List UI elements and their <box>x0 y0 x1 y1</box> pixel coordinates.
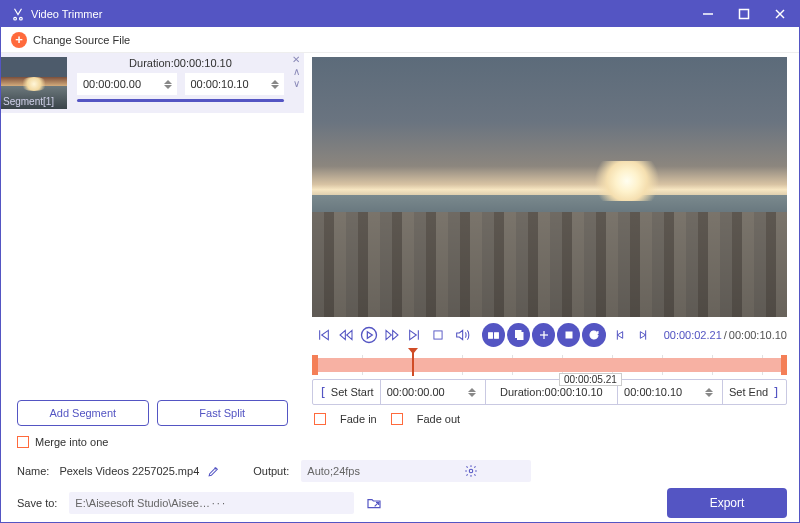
timeline-handle-start[interactable] <box>312 355 318 375</box>
fade-in-label: Fade in <box>340 413 377 425</box>
range-duration-label: Duration: <box>500 386 545 398</box>
segment-duration-value: 00:00:10.10 <box>174 57 232 69</box>
segment-row[interactable]: Segment[1] Duration:00:00:10.10 00:00:00… <box>1 53 304 113</box>
bracket-right-icon: ] <box>772 385 780 400</box>
segment-up-icon[interactable]: ∧ <box>293 67 300 77</box>
open-folder-icon[interactable] <box>366 495 382 511</box>
segment-details: Duration:00:00:10.10 00:00:00.00 00:00:1… <box>73 53 288 102</box>
copy-button[interactable] <box>507 323 530 347</box>
svg-point-15 <box>469 469 473 473</box>
svg-rect-11 <box>517 333 523 340</box>
footer: Name: Pexels Videos 2257025.mp4 Output: … <box>1 456 799 522</box>
name-label: Name: <box>17 465 49 477</box>
segment-index-label: Segment[1] <box>3 96 54 107</box>
range-start-value: 00:00:00.00 <box>387 386 465 398</box>
bracket-left-icon: [ <box>319 385 327 400</box>
timeline[interactable]: 00:00:05.21 <box>312 355 787 375</box>
skip-end-icon[interactable] <box>405 324 426 346</box>
svg-point-0 <box>14 17 17 20</box>
svg-rect-8 <box>489 332 493 337</box>
rewind-icon[interactable] <box>335 324 356 346</box>
segment-down-icon[interactable]: ∨ <box>293 79 300 89</box>
video-preview[interactable] <box>312 57 787 317</box>
time-sep: / <box>724 329 727 341</box>
segments-panel: Segment[1] Duration:00:00:10.10 00:00:00… <box>1 53 304 456</box>
fade-in-checkbox[interactable] <box>314 413 326 425</box>
split-button[interactable] <box>482 323 505 347</box>
mark-in-icon[interactable] <box>610 324 631 346</box>
skip-start-icon[interactable] <box>312 324 333 346</box>
gear-icon[interactable] <box>416 463 525 479</box>
add-segment-button[interactable]: Add Segment <box>17 400 149 426</box>
range-start-input[interactable]: 00:00:00.00 <box>381 380 485 404</box>
app-window: Video Trimmer + Change Source File Segme… <box>0 0 800 523</box>
segment-progress-bar <box>77 99 284 102</box>
current-time: 00:00:02.21 <box>664 329 722 341</box>
save-to-label: Save to: <box>17 497 57 509</box>
close-window-button[interactable] <box>765 1 795 27</box>
segment-start-value: 00:00:00.00 <box>83 78 161 90</box>
spin-down-icon[interactable] <box>164 85 172 89</box>
spin-down-icon[interactable] <box>468 393 476 397</box>
timeline-selection <box>314 358 785 372</box>
add-icon[interactable]: + <box>11 32 27 48</box>
svg-point-1 <box>20 17 23 20</box>
merge-checkbox[interactable] <box>17 436 29 448</box>
main-area: Segment[1] Duration:00:00:10.10 00:00:00… <box>1 53 799 456</box>
set-end-button[interactable]: Set End] <box>723 380 786 404</box>
mark-out-icon[interactable] <box>633 324 654 346</box>
segment-thumbnail: Segment[1] <box>1 57 67 109</box>
svg-rect-9 <box>495 332 499 337</box>
svg-point-6 <box>361 328 376 343</box>
title-bar: Video Trimmer <box>1 1 799 27</box>
spin-up-icon[interactable] <box>705 388 713 392</box>
output-select[interactable]: Auto;24fps <box>301 460 531 482</box>
fade-out-checkbox[interactable] <box>391 413 403 425</box>
spin-up-icon[interactable] <box>468 388 476 392</box>
timeline-playhead[interactable] <box>412 352 414 376</box>
range-end-input[interactable]: 00:00:10.10 <box>618 380 722 404</box>
segment-close-icon[interactable]: ✕ <box>292 55 300 65</box>
add-clip-button[interactable] <box>532 323 555 347</box>
name-value: Pexels Videos 2257025.mp4 <box>59 465 199 477</box>
total-time: 00:00:10.10 <box>729 329 787 341</box>
reset-button[interactable] <box>582 323 605 347</box>
output-label: Output: <box>253 465 289 477</box>
segment-start-input[interactable]: 00:00:00.00 <box>77 73 177 95</box>
segment-end-value: 00:00:10.10 <box>191 78 269 90</box>
minimize-button[interactable] <box>693 1 723 27</box>
merge-label: Merge into one <box>35 436 108 448</box>
svg-rect-7 <box>434 331 442 339</box>
set-start-button[interactable]: [Set Start <box>313 380 380 404</box>
timeline-tooltip: 00:00:05.21 <box>559 373 622 386</box>
range-duration-value: 00:00:10.10 <box>545 386 603 398</box>
svg-rect-14 <box>566 332 572 338</box>
fast-split-button[interactable]: Fast Split <box>157 400 289 426</box>
spin-up-icon[interactable] <box>271 80 279 84</box>
export-button[interactable]: Export <box>667 488 787 518</box>
spin-down-icon[interactable] <box>271 85 279 89</box>
transport-bar: 00:00:02.21/00:00:10.10 <box>312 317 787 353</box>
volume-icon[interactable] <box>451 324 472 346</box>
range-row: [Set Start 00:00:00.00 Duration:00:00:10… <box>312 379 787 405</box>
save-path-box[interactable]: E:\Aiseesoft Studio\Aiseesoft Video Conv… <box>69 492 354 514</box>
segment-duration-label: Duration: <box>129 57 174 69</box>
delete-button[interactable] <box>557 323 580 347</box>
app-title: Video Trimmer <box>31 8 102 20</box>
maximize-button[interactable] <box>729 1 759 27</box>
svg-rect-3 <box>740 10 749 19</box>
fade-out-label: Fade out <box>417 413 460 425</box>
browse-path-icon[interactable]: ··· <box>212 497 348 509</box>
timeline-handle-end[interactable] <box>781 355 787 375</box>
segment-end-input[interactable]: 00:00:10.10 <box>185 73 285 95</box>
preview-panel: 00:00:02.21/00:00:10.10 00:00:05.21 [Set… <box>304 53 799 456</box>
play-icon[interactable] <box>358 324 379 346</box>
stop-icon[interactable] <box>428 324 449 346</box>
edit-name-icon[interactable] <box>205 463 221 479</box>
output-value: Auto;24fps <box>307 465 416 477</box>
spin-up-icon[interactable] <box>164 80 172 84</box>
save-path-value: E:\Aiseesoft Studio\Aiseesoft Video Conv… <box>75 497 211 509</box>
spin-down-icon[interactable] <box>705 393 713 397</box>
forward-icon[interactable] <box>382 324 403 346</box>
change-source-button[interactable]: Change Source File <box>33 34 130 46</box>
